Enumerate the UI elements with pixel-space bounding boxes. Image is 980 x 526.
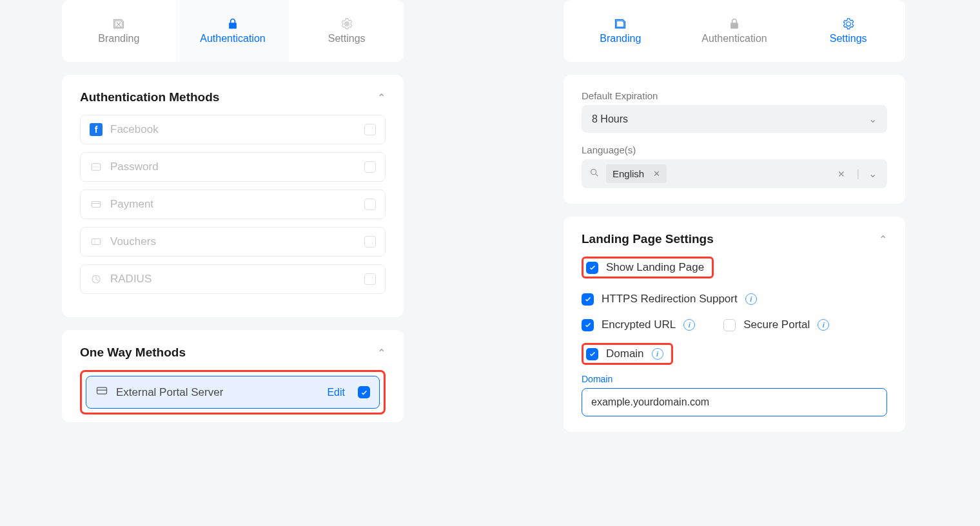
secure-portal-label: Secure Portal — [743, 318, 810, 331]
languages-label: Language(s) — [582, 144, 887, 155]
show-landing-highlight: Show Landing Page — [582, 257, 714, 278]
tab-settings[interactable]: Settings — [791, 0, 905, 62]
method-facebook-checkbox[interactable] — [364, 124, 376, 135]
domain-checkbox[interactable] — [586, 348, 598, 360]
https-redirect-label: HTTPS Redirection Support — [602, 293, 738, 306]
default-expiration-value: 8 Hours — [592, 113, 628, 125]
lock-icon — [226, 17, 239, 30]
method-facebook[interactable]: f Facebook — [80, 115, 386, 144]
svg-point-2 — [95, 166, 97, 168]
tabbar-left: Branding Authentication Settings — [62, 0, 404, 62]
tabbar-right: Branding Authentication Settings — [564, 0, 905, 62]
svg-point-11 — [591, 169, 596, 174]
domain-field-label: Domain — [582, 374, 887, 384]
lock-icon — [728, 17, 741, 30]
external-portal-edit[interactable]: Edit — [327, 387, 345, 398]
method-password-checkbox[interactable] — [364, 161, 376, 173]
radius-icon — [90, 273, 103, 286]
one-way-methods-card: One Way Methods ⌃ External Portal Server… — [62, 330, 404, 422]
tab-branding[interactable]: Branding — [62, 0, 176, 62]
chevron-up-icon[interactable]: ⌃ — [377, 347, 386, 359]
languages-select[interactable]: English ✕ ✕ | ⌄ — [582, 159, 887, 188]
voucher-icon — [90, 235, 103, 248]
domain-checkbox-label: Domain — [606, 347, 644, 360]
svg-rect-6 — [92, 239, 101, 245]
chip-remove-icon[interactable]: ✕ — [653, 169, 660, 179]
method-payment[interactable]: Payment — [80, 190, 386, 219]
method-radius[interactable]: RADIUS — [80, 264, 386, 294]
external-portal-checkbox[interactable] — [358, 386, 370, 398]
branding-icon — [614, 17, 627, 30]
https-redirect-row: HTTPS Redirection Support i — [582, 286, 887, 312]
tab-authentication-label: Authentication — [200, 33, 265, 44]
svg-point-1 — [93, 166, 95, 168]
external-portal-icon — [95, 384, 108, 400]
default-expiration-select[interactable]: 8 Hours ⌄ — [582, 105, 887, 133]
svg-line-12 — [596, 174, 598, 176]
tab-authentication-label: Authentication — [701, 33, 767, 44]
one-way-title: One Way Methods — [80, 346, 186, 360]
method-vouchers[interactable]: Vouchers — [80, 227, 386, 257]
password-icon — [90, 161, 103, 173]
tab-settings-label: Settings — [830, 33, 867, 44]
encrypted-url-label: Encrypted URL — [602, 318, 676, 331]
chevron-up-icon[interactable]: ⌃ — [879, 233, 887, 246]
method-password[interactable]: Password — [80, 152, 386, 182]
chevron-down-icon: ⌄ — [868, 113, 877, 125]
domain-input[interactable] — [582, 388, 887, 416]
tab-authentication[interactable]: Authentication — [678, 0, 792, 62]
external-portal-highlight: External Portal Server Edit — [80, 370, 386, 414]
method-radius-label: RADIUS — [110, 273, 357, 286]
method-facebook-label: Facebook — [110, 123, 357, 136]
info-icon[interactable]: i — [745, 293, 757, 305]
auth-methods-title: Authentication Methods — [80, 90, 219, 104]
tab-branding[interactable]: Branding — [564, 0, 678, 62]
chevron-up-icon[interactable]: ⌃ — [377, 92, 386, 104]
clear-icon[interactable]: ✕ — [832, 169, 850, 179]
landing-title: Landing Page Settings — [582, 232, 714, 246]
search-icon — [589, 168, 600, 180]
info-icon[interactable]: i — [683, 319, 695, 331]
domain-highlight: Domain i — [582, 343, 673, 365]
method-payment-checkbox[interactable] — [364, 199, 376, 210]
chevron-down-icon[interactable]: ⌄ — [866, 168, 879, 180]
tab-branding-label: Branding — [600, 33, 641, 44]
branding-icon — [112, 17, 125, 30]
language-chip-label: English — [612, 168, 644, 179]
landing-page-card: Landing Page Settings ⌃ Show Landing Pag… — [564, 217, 905, 432]
default-expiration-label: Default Expiration — [582, 90, 887, 101]
method-radius-checkbox[interactable] — [364, 273, 376, 285]
payment-icon — [90, 198, 103, 211]
external-portal-label: External Portal Server — [116, 386, 319, 399]
method-password-label: Password — [110, 161, 357, 173]
tab-authentication[interactable]: Authentication — [176, 0, 290, 62]
svg-rect-4 — [92, 202, 101, 208]
info-icon[interactable]: i — [818, 319, 829, 331]
svg-point-3 — [97, 166, 99, 168]
gear-icon — [842, 17, 855, 30]
method-external-portal[interactable]: External Portal Server Edit — [86, 376, 380, 409]
method-payment-label: Payment — [110, 198, 357, 211]
method-vouchers-checkbox[interactable] — [364, 236, 376, 248]
info-icon[interactable]: i — [652, 348, 663, 360]
https-redirect-checkbox[interactable] — [582, 293, 594, 306]
show-landing-checkbox[interactable] — [586, 262, 598, 274]
authentication-panel: Branding Authentication Settings Authent… — [62, 0, 404, 435]
general-settings-card: Default Expiration 8 Hours ⌄ Language(s)… — [564, 75, 905, 204]
method-vouchers-label: Vouchers — [110, 235, 357, 248]
secure-portal-checkbox[interactable] — [723, 319, 736, 331]
encrypted-secure-row: Encrypted URL i Secure Portal i — [582, 312, 887, 338]
facebook-icon: f — [90, 123, 103, 136]
tab-branding-label: Branding — [98, 33, 139, 44]
language-chip-english: English ✕ — [606, 164, 667, 183]
tab-settings[interactable]: Settings — [289, 0, 404, 62]
svg-rect-9 — [97, 387, 107, 394]
encrypted-url-checkbox[interactable] — [582, 319, 594, 331]
show-landing-label: Show Landing Page — [606, 261, 704, 274]
settings-panel: Branding Authentication Settings Default… — [564, 0, 905, 445]
auth-methods-card: Authentication Methods ⌃ f Facebook Pass… — [62, 75, 404, 317]
gear-icon — [340, 17, 353, 30]
tab-settings-label: Settings — [328, 33, 366, 44]
